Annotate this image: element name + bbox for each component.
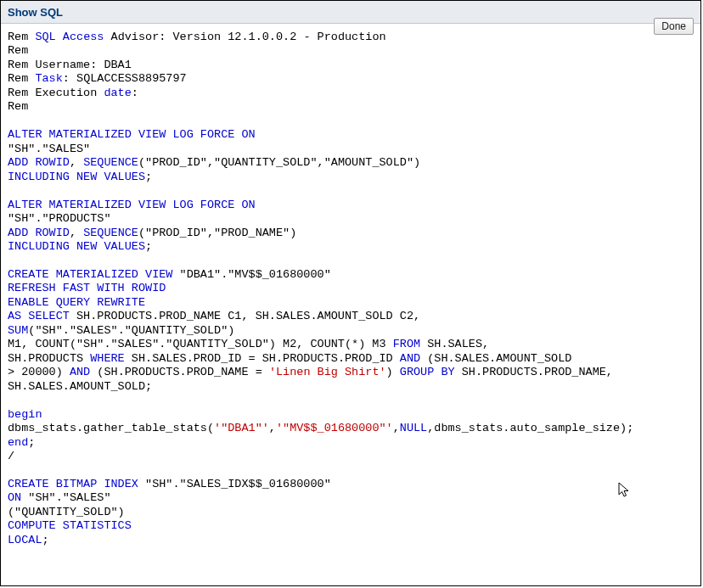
line: Rem (8, 44, 28, 57)
show-sql-panel: Show SQL Done Rem SQL Access Advisor: Ve… (0, 0, 701, 586)
line: LOCAL; (8, 534, 49, 546)
panel-title: Show SQL (8, 6, 63, 19)
line: "SH"."SALES" (8, 143, 90, 155)
line: SH.PRODUCTS WHERE SH.SALES.PROD_ID = SH.… (8, 352, 571, 365)
line: Rem (8, 100, 28, 113)
line: ALTER MATERIALIZED VIEW LOG FORCE ON (8, 199, 256, 211)
line: REFRESH FAST WITH ROWID (8, 282, 166, 294)
line: Rem Execution date: (8, 87, 138, 99)
line: dbms_stats.gather_table_stats('"DBA1"','… (8, 422, 633, 434)
line: / (8, 450, 14, 462)
line: ALTER MATERIALIZED VIEW LOG FORCE ON (8, 128, 256, 141)
line: ADD ROWID, SEQUENCE("PROD_ID","QUANTITY_… (8, 156, 420, 169)
line: CREATE MATERIALIZED VIEW "DBA1"."MV$$_01… (8, 268, 331, 281)
line: AS SELECT SH.PRODUCTS.PROD_NAME C1, SH.S… (8, 310, 420, 322)
line: Rem Task: SQLACCESS8895797 (8, 72, 187, 85)
line: CREATE BITMAP INDEX "SH"."SALES_IDX$$_01… (8, 478, 331, 490)
line: ENABLE QUERY REWRITE (8, 296, 145, 309)
line: ADD ROWID, SEQUENCE("PROD_ID","PROD_NAME… (8, 227, 296, 239)
line: > 20000) AND (SH.PRODUCTS.PROD_NAME = 'L… (8, 366, 613, 378)
line: "SH"."PRODUCTS" (8, 212, 111, 225)
line: Rem SQL Access Advisor: Version 12.1.0.0… (8, 31, 386, 43)
line: ON "SH"."SALES" (8, 491, 111, 504)
line: M1, COUNT("SH"."SALES"."QUANTITY_SOLD") … (8, 338, 489, 350)
line: begin (8, 408, 42, 421)
line: end; (8, 436, 35, 449)
done-button[interactable]: Done (654, 18, 694, 35)
panel-header: Show SQL (1, 1, 700, 24)
line: INCLUDING NEW VALUES; (8, 171, 152, 183)
line: ("QUANTITY_SOLD") (8, 506, 125, 518)
line: INCLUDING NEW VALUES; (8, 240, 152, 253)
line: COMPUTE STATISTICS (8, 519, 132, 532)
line: SH.SALES.AMOUNT_SOLD; (8, 380, 152, 393)
sql-text: Rem SQL Access Advisor: Version 12.1.0.0… (1, 24, 700, 554)
line: Rem Username: DBA1 (8, 59, 132, 71)
line: SUM("SH"."SALES"."QUANTITY_SOLD") (8, 324, 234, 337)
